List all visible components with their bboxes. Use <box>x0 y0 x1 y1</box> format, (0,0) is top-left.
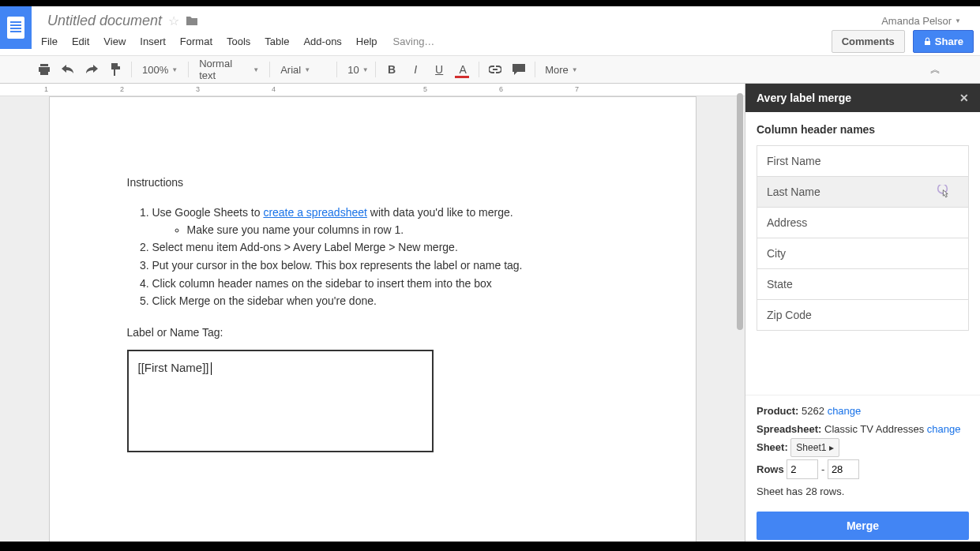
spreadsheet-change-link[interactable]: change <box>927 423 961 435</box>
menu-help[interactable]: Help <box>356 36 377 47</box>
comment-icon[interactable] <box>508 59 530 80</box>
menu-table[interactable]: Table <box>265 36 289 47</box>
spreadsheet-row: Spreadsheet: Classic TV Addresses change <box>757 423 969 435</box>
rows-to-input[interactable] <box>828 459 859 479</box>
menu-insert[interactable]: Insert <box>140 36 166 47</box>
redo-icon[interactable] <box>81 59 103 80</box>
user-menu[interactable]: Amanda Pelsor ▼ <box>881 15 974 27</box>
column-first-name[interactable]: First Name <box>757 145 969 177</box>
sidebar-title: Avery label merge <box>757 92 851 104</box>
ruler[interactable]: 1 2 3 4 5 6 7 <box>0 84 745 96</box>
collapse-toolbar-icon[interactable]: ︽ <box>930 62 941 77</box>
star-icon[interactable]: ☆ <box>168 13 179 28</box>
merge-button[interactable]: Merge <box>757 512 969 540</box>
docs-logo[interactable] <box>0 6 32 49</box>
step-3: Put your cursor in the box below. This b… <box>152 257 618 275</box>
sidebar-header: Avery label merge ✕ <box>745 84 980 112</box>
link-icon[interactable] <box>484 59 506 80</box>
font-select[interactable]: Arial▼ <box>275 61 332 79</box>
text-color-icon[interactable]: A <box>452 59 474 80</box>
saving-status: Saving… <box>393 36 435 47</box>
zoom-select[interactable]: 100%▼ <box>137 61 183 79</box>
sheet-row: Sheet: Sheet1 ▸ <box>757 441 969 453</box>
rows-from-input[interactable] <box>787 459 818 479</box>
style-select[interactable]: Normal text▼ <box>193 54 265 84</box>
menu-file[interactable]: File <box>41 36 58 47</box>
bold-icon[interactable]: B <box>381 59 403 80</box>
column-header-title: Column header names <box>757 123 969 136</box>
paint-format-icon[interactable] <box>104 59 126 80</box>
italic-icon[interactable]: I <box>404 59 426 80</box>
label-box[interactable]: [[First Name]] <box>127 350 434 452</box>
product-change-link[interactable]: change <box>828 405 862 417</box>
more-button[interactable]: More▼ <box>540 62 583 78</box>
font-size-select[interactable]: 10▼ <box>342 61 370 79</box>
menu-tools[interactable]: Tools <box>227 36 250 47</box>
folder-icon[interactable] <box>186 15 198 26</box>
step-5: Click Merge on the sidebar when you're d… <box>152 293 618 310</box>
sheet-select[interactable]: Sheet1 ▸ <box>790 438 839 457</box>
share-button[interactable]: Share <box>913 30 974 53</box>
addon-sidebar: Avery label merge ✕ Column header names … <box>745 84 980 551</box>
comments-button[interactable]: Comments <box>832 30 905 53</box>
column-state[interactable]: State <box>757 268 969 300</box>
document-title[interactable]: Untitled document <box>47 13 162 29</box>
menu-view[interactable]: View <box>103 36 126 47</box>
document-canvas[interactable]: 1 2 3 4 5 6 7 Instructions Use Google Sh… <box>0 84 745 551</box>
menu-edit[interactable]: Edit <box>72 36 89 47</box>
column-address[interactable]: Address <box>757 207 969 238</box>
chevron-down-icon: ▼ <box>955 17 961 24</box>
column-city[interactable]: City <box>757 238 969 269</box>
create-spreadsheet-link[interactable]: create a spreadsheet <box>263 206 367 219</box>
rows-row: Rows - <box>757 459 969 479</box>
menu-format[interactable]: Format <box>180 36 212 47</box>
label-content: [[First Name]] <box>138 361 209 374</box>
undo-icon[interactable] <box>57 59 79 80</box>
instructions-heading: Instructions <box>127 176 618 189</box>
underline-icon[interactable]: U <box>428 59 450 80</box>
page[interactable]: Instructions Use Google Sheets to create… <box>49 96 697 551</box>
lock-icon <box>923 37 932 46</box>
cursor-pointer-icon <box>937 185 952 201</box>
product-row: Product: 5262 change <box>757 405 969 417</box>
step-1: Use Google Sheets to create a spreadshee… <box>152 204 618 238</box>
step-2: Select menu item Add-ons > Avery Label M… <box>152 239 618 257</box>
step-1-sub: Make sure you name your columns in row 1… <box>187 222 618 239</box>
close-icon[interactable]: ✕ <box>959 92 969 104</box>
step-4: Click column header names on the sidebar… <box>152 276 618 293</box>
menu-addons[interactable]: Add-ons <box>303 36 341 47</box>
user-name: Amanda Pelsor <box>881 15 952 27</box>
label-heading: Label or Name Tag: <box>127 326 618 339</box>
print-icon[interactable] <box>33 59 55 80</box>
column-zip-code[interactable]: Zip Code <box>757 299 969 331</box>
scrollbar-thumb[interactable] <box>737 93 743 330</box>
sheet-rows-text: Sheet has 28 rows. <box>757 485 969 497</box>
column-last-name[interactable]: Last Name <box>757 176 969 208</box>
